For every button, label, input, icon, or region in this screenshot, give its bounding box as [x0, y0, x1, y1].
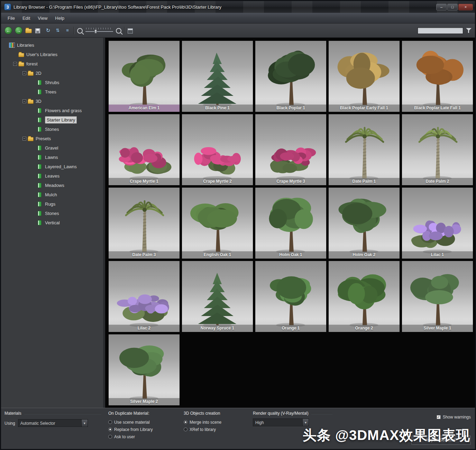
material-selector-value: Automatic Selector [18, 421, 81, 426]
library-thumbnail[interactable]: Orange 2 [329, 261, 400, 332]
tree-item-label: 2D [36, 71, 42, 76]
filter-icon[interactable] [466, 28, 472, 33]
library-thumbnail[interactable]: Norway Spruce 1 [182, 261, 253, 332]
tree-item[interactable]: Rugs [1, 199, 103, 209]
tree-item[interactable]: Flowers and grass [1, 106, 103, 115]
group-divider [311, 413, 332, 414]
library-thumbnail[interactable]: Black Poplar 1 [255, 41, 326, 112]
library-thumbnail[interactable]: Lilac 1 [402, 188, 473, 259]
tree-item[interactable]: Starter Library [1, 115, 103, 125]
library-thumbnail[interactable]: Date Palm 3 [109, 188, 180, 259]
tree-item[interactable]: − 3D [1, 97, 103, 106]
tree-item[interactable]: Leaves [1, 171, 103, 181]
tree-item[interactable]: Libraries [1, 40, 103, 50]
tree-item[interactable]: Meadows [1, 181, 103, 190]
tree-toggle-icon[interactable]: − [22, 71, 26, 75]
library-thumbnail[interactable]: Holm Oak 1 [255, 188, 326, 259]
back-button[interactable]: ← [4, 27, 12, 34]
library-thumbnail[interactable]: Silver Maple 1 [402, 261, 473, 332]
tree-item-label: Layered_Lawns [45, 164, 77, 169]
library-thumbnail[interactable]: Black Poplar Early Fall 1 [329, 41, 400, 112]
zoom-out-icon[interactable] [77, 28, 83, 34]
menu-item-help[interactable]: Help [51, 14, 68, 22]
tree-item-label: Stones [45, 127, 59, 132]
library-thumbnail[interactable]: Orange 1 [255, 261, 326, 332]
toolbar-separator [124, 27, 125, 34]
book-icon [38, 155, 42, 160]
tree-item[interactable]: User's Libraries [1, 50, 103, 59]
list-view-button[interactable]: ≡ [64, 27, 71, 34]
menu-item-file[interactable]: File [4, 14, 19, 22]
library-thumbnail[interactable]: Date Palm 1 [329, 114, 400, 185]
sort-button[interactable]: ⇅ [54, 27, 61, 34]
tree-item[interactable]: − 2D [1, 69, 103, 78]
refresh-button[interactable]: ↻ [45, 27, 52, 34]
tree-item[interactable]: Stones [1, 125, 103, 134]
tree-item[interactable]: Shrubs [1, 78, 103, 87]
radio-option[interactable]: Merge into scene [184, 418, 246, 426]
library-thumbnail[interactable]: Lilac 2 [109, 261, 180, 332]
save-button[interactable] [35, 27, 42, 34]
tree-item[interactable]: − Presets [1, 134, 103, 143]
zoom-slider[interactable] [85, 27, 113, 34]
tree-item[interactable]: Gravel [1, 143, 103, 153]
tree-toggle-icon[interactable]: − [22, 99, 26, 103]
tree-item-label: Gravel [45, 145, 58, 151]
library-thumbnail[interactable]: Crape Myrtle 1 [109, 114, 180, 185]
tree-item[interactable]: Lawns [1, 153, 103, 162]
libraries-icon [9, 43, 15, 48]
menu-item-view[interactable]: View [34, 14, 51, 22]
tree-preview-image [109, 261, 180, 332]
import-selected-button[interactable]: Import Selected [411, 435, 471, 445]
show-warnings-checkbox[interactable]: ✓ Show warnings [437, 414, 471, 421]
details-panel-button[interactable] [128, 28, 133, 34]
library-thumbnail[interactable]: American Elm 1 [109, 41, 180, 112]
library-thumbnail[interactable]: English Oak 1 [182, 188, 253, 259]
up-folder-button[interactable] [25, 27, 32, 34]
slider-handle[interactable] [94, 29, 97, 34]
radio-option[interactable]: Ask to user [108, 433, 177, 440]
tree-item[interactable]: Mulch [1, 190, 103, 199]
maximize-button[interactable]: □ [447, 4, 458, 10]
toolbar-separator [74, 27, 74, 34]
library-thumbnail[interactable]: Crape Myrtle 2 [182, 114, 253, 185]
book-icon [38, 211, 42, 216]
radio-option[interactable]: Replace from Library [108, 426, 177, 433]
forward-button[interactable]: → [15, 27, 22, 34]
menu-item-edit[interactable]: Edit [19, 14, 34, 22]
show-warnings-label: Show warnings [443, 415, 471, 420]
title-bar[interactable]: 3 Library Browser - G:\Program Files (x8… [1, 1, 475, 13]
tree-item[interactable]: Vertical [1, 218, 103, 227]
tree-preview-image [182, 188, 253, 259]
close-button[interactable]: × [458, 4, 473, 10]
library-thumbnail[interactable]: Black Pine 1 [182, 41, 253, 112]
tree-toggle-icon[interactable]: − [13, 62, 17, 66]
minimize-button[interactable]: – [436, 4, 447, 10]
library-thumbnail[interactable]: Silver Maple 2 [109, 334, 180, 405]
render-quality-dropdown[interactable]: High ▾ [253, 418, 309, 426]
material-selector-dropdown[interactable]: Automatic Selector ▾ [18, 419, 88, 427]
duplicate-material-radios: Use scene material Replace from Library … [108, 418, 177, 440]
book-icon [38, 117, 42, 123]
library-thumbnail[interactable]: Crape Myrtle 3 [255, 114, 326, 185]
tree-item-label: Lawns [45, 155, 58, 160]
zoom-in-icon[interactable] [116, 28, 121, 34]
radio-label: XRef to library [190, 427, 216, 432]
tree-item-label: Leaves [45, 173, 60, 179]
book-icon [38, 220, 42, 225]
thumbnail-label: Black Poplar Late Fall 1 [402, 105, 473, 112]
tree-item[interactable]: Stones [1, 209, 103, 218]
search-input[interactable] [418, 27, 463, 34]
radio-option[interactable]: Use scene material [108, 418, 177, 426]
radio-option[interactable]: XRef to library [184, 426, 246, 433]
library-thumbnail[interactable]: Date Palm 2 [402, 114, 473, 185]
folder-up-icon [25, 29, 32, 33]
tree-item[interactable]: Trees [1, 87, 103, 97]
tree-item[interactable]: Layered_Lawns [1, 162, 103, 171]
tree-preview-image [255, 261, 326, 332]
library-thumbnail[interactable]: Black Poplar Late Fall 1 [402, 41, 473, 112]
thumbnail-label: Date Palm 1 [329, 178, 400, 185]
tree-toggle-icon[interactable]: − [22, 137, 26, 141]
tree-item[interactable]: − forest [1, 59, 103, 69]
library-thumbnail[interactable]: Holm Oak 2 [329, 188, 400, 259]
